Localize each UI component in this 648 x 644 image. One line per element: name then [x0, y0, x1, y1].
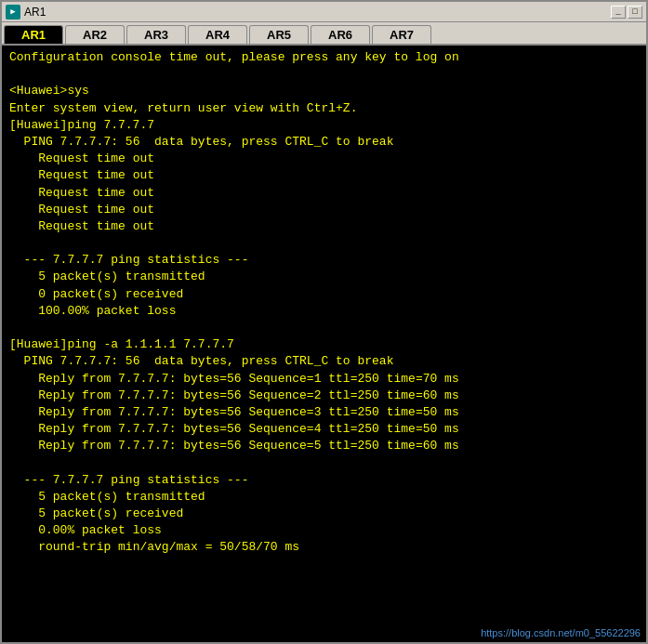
tab-ar5[interactable]: AR5: [249, 25, 309, 44]
restore-button[interactable]: □: [628, 6, 642, 19]
tab-ar3[interactable]: AR3: [126, 25, 186, 44]
title-bar: ▶ AR1 _ □: [2, 2, 646, 22]
tabs-bar: AR1 AR2 AR3 AR4 AR5 AR6 AR7: [2, 22, 646, 46]
title-bar-controls: _ □: [611, 6, 642, 19]
main-window: ▶ AR1 _ □ AR1 AR2 AR3 AR4 AR5 AR6 AR7 Co…: [0, 0, 648, 644]
title-bar-left: ▶ AR1: [6, 5, 46, 20]
tab-ar7[interactable]: AR7: [372, 25, 431, 44]
window-title: AR1: [24, 6, 46, 19]
tab-ar2[interactable]: AR2: [65, 25, 125, 44]
app-icon: ▶: [6, 5, 20, 20]
tab-ar1[interactable]: AR1: [4, 25, 63, 44]
terminal-output[interactable]: Configuration console time out, please p…: [2, 46, 646, 642]
tab-ar6[interactable]: AR6: [311, 25, 370, 44]
tab-ar4[interactable]: AR4: [188, 25, 247, 44]
terminal-text: Configuration console time out, please p…: [9, 49, 639, 557]
minimize-button[interactable]: _: [611, 6, 626, 19]
